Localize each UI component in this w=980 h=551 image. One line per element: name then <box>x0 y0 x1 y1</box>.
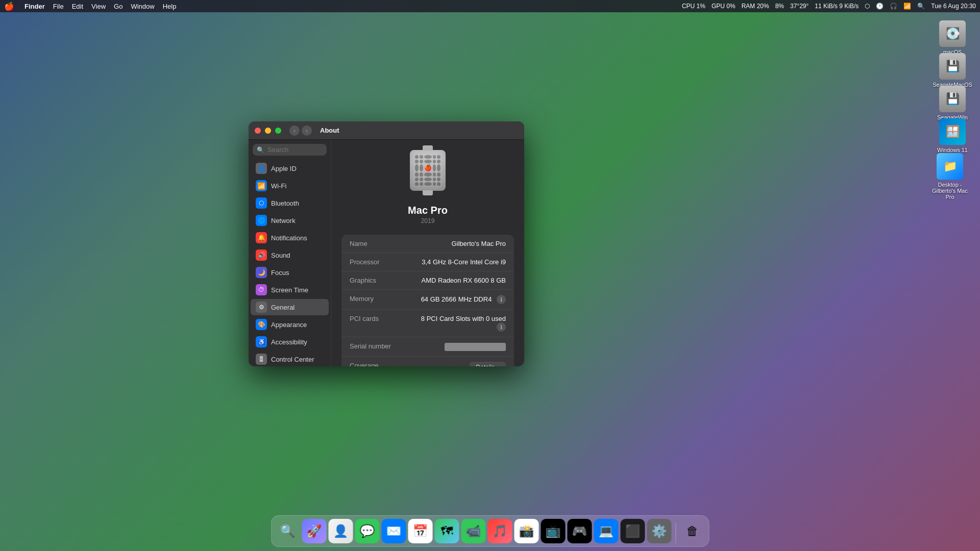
dock-item-calendar[interactable]: 📅 <box>408 519 433 543</box>
window-titlebar: ‹ › About <box>249 121 524 140</box>
back-button[interactable]: ‹ <box>289 126 300 136</box>
device-year: 2019 <box>421 217 435 224</box>
sidebar-item-screen-time[interactable]: ⏱ Screen Time <box>251 282 329 298</box>
sidebar-item-bluetooth[interactable]: ⬡ Bluetooth <box>251 195 329 211</box>
menu-finder[interactable]: Finder <box>24 3 45 10</box>
memory-info-button[interactable]: ℹ <box>497 295 506 304</box>
mac-pro-handle-bottom <box>423 190 433 195</box>
menu-window[interactable]: Window <box>131 3 154 10</box>
info-row-processor: Processor 3,4 GHz 8-Core Intel Core i9 <box>341 253 514 271</box>
gpu-stat: GPU 0% <box>712 3 736 10</box>
sidebar-item-appearance[interactable]: 🎨 Appearance <box>251 316 329 333</box>
sidebar-label-notifications: Notifications <box>271 234 307 242</box>
desktop-icon-seagate-mac[interactable]: 💾 SeagateMacOS <box>932 53 973 88</box>
mac-pro-grid: 🍎 <box>415 155 440 186</box>
sidebar-item-network[interactable]: 🌐 Network <box>251 212 329 229</box>
windows11-icon: 🪟 <box>939 118 966 145</box>
menu-view[interactable]: View <box>91 3 106 10</box>
info-row-memory: Memory 64 GB 2666 MHz DDR4 ℹ <box>341 290 514 310</box>
info-row-graphics: Graphics AMD Radeon RX 6600 8 GB <box>341 271 514 290</box>
dock-item-finder[interactable]: 🔍 <box>276 519 300 543</box>
sidebar-label-screen-time: Screen Time <box>271 286 308 294</box>
dock-item-messages[interactable]: 💬 <box>355 519 380 543</box>
dock-item-music[interactable]: 🎵 <box>488 519 512 543</box>
details-button[interactable]: Details... <box>470 362 506 366</box>
dock-separator <box>676 523 676 543</box>
desktop-icon-windows11[interactable]: 🪟 Windows 11 <box>932 118 973 153</box>
desktop-icon-desktop[interactable]: 📁 Desktop - Gilberto's Mac Pro <box>927 153 973 200</box>
sidebar-item-general[interactable]: ⚙ General <box>251 299 329 315</box>
macos-drive-icon: 💽 <box>939 20 966 47</box>
datetime: Tue 6 Aug 20:30 <box>931 3 976 10</box>
dock-item-launchpad[interactable]: 🚀 <box>302 519 327 543</box>
dock-item-arcade[interactable]: 🎮 <box>568 519 592 543</box>
mac-pro-handle-top <box>423 145 433 151</box>
clock-icon: 🕐 <box>876 3 884 10</box>
system-preferences-window: ‹ › About 🔍 👤 Apple ID 📶 <box>249 121 524 366</box>
dock-item-sysprefs[interactable]: ⚙️ <box>647 519 672 543</box>
serial-value <box>445 342 506 351</box>
desktop-icon-seagate-win[interactable]: 💾 SeagateWin <box>932 86 973 120</box>
sidebar-label-general: General <box>271 304 295 311</box>
sidebar-item-focus[interactable]: 🌙 Focus <box>251 264 329 281</box>
mac-pro-illustration: 🍎 <box>405 150 451 198</box>
sidebar-label-apple-id: Apple ID <box>271 165 297 172</box>
dock-item-mail[interactable]: ✉️ <box>382 519 406 543</box>
accessibility-icon: ♿ <box>256 336 267 347</box>
info-row-coverage: Coverage Details... <box>341 357 514 366</box>
close-button[interactable] <box>255 128 261 134</box>
minimize-button[interactable] <box>265 128 271 134</box>
sound-icon: 🔊 <box>256 249 267 261</box>
desktop-icon-macos[interactable]: 💽 macOS <box>932 20 973 55</box>
sidebar-label-sound: Sound <box>271 252 290 259</box>
search-input[interactable] <box>267 146 323 154</box>
sidebar-item-accessibility[interactable]: ♿ Accessibility <box>251 334 329 350</box>
search-menubar-icon[interactable]: 🔍 <box>917 3 925 10</box>
sidebar-item-sound[interactable]: 🔊 Sound <box>251 247 329 263</box>
dock-item-tv[interactable]: 📺 <box>541 519 566 543</box>
apple-menu[interactable]: 🍎 <box>4 2 14 11</box>
info-row-name: Name Gilberto's Mac Pro <box>341 235 514 253</box>
info-table: Name Gilberto's Mac Pro Processor 3,4 GH… <box>341 235 514 366</box>
windows11-label: Windows 11 <box>937 147 968 153</box>
sidebar-label-focus: Focus <box>271 269 289 277</box>
dock-item-contacts[interactable]: 👤 <box>329 519 353 543</box>
window-body: 🔍 👤 Apple ID 📶 Wi-Fi ⬡ <box>249 140 524 366</box>
device-name: Mac Pro <box>408 205 448 216</box>
menubar: 🍎 Finder File Edit View Go Window Help C… <box>0 0 980 12</box>
dock-item-terminal[interactable]: ⬛ <box>621 519 645 543</box>
screen-time-icon: ⏱ <box>256 284 267 295</box>
menu-go[interactable]: Go <box>114 3 122 10</box>
menu-edit[interactable]: Edit <box>72 3 83 10</box>
dock-item-vscode[interactable]: 💻 <box>594 519 619 543</box>
menubar-left: 🍎 Finder File Edit View Go Window Help <box>4 2 176 11</box>
bluetooth-icon[interactable]: ⬡ <box>865 3 870 10</box>
dock-item-maps[interactable]: 🗺 <box>435 519 459 543</box>
serial-label: Serial number <box>350 342 391 351</box>
dock: 🔍 🚀 👤 💬 ✉️ 📅 🗺 📹 🎵 📸 📺 🎮 💻 ⬛ ⚙️ 🗑 <box>271 515 709 547</box>
dock-item-trash[interactable]: 🗑 <box>680 519 705 543</box>
sidebar-item-apple-id[interactable]: 👤 Apple ID <box>251 160 329 177</box>
menu-help[interactable]: Help <box>163 3 177 10</box>
search-box[interactable]: 🔍 <box>253 144 327 156</box>
sidebar-item-wifi[interactable]: 📶 Wi-Fi <box>251 178 329 194</box>
sidebar-label-control-center: Control Center <box>271 356 314 363</box>
headphones-icon[interactable]: 🎧 <box>890 3 897 10</box>
ram-stat: RAM 20% <box>742 3 769 10</box>
maximize-button[interactable] <box>275 128 281 134</box>
forward-button[interactable]: › <box>302 126 312 136</box>
menu-file[interactable]: File <box>53 3 64 10</box>
sidebar-item-control-center[interactable]: 🎛 Control Center <box>251 351 329 366</box>
seagate-win-icon: 💾 <box>939 86 966 112</box>
pci-info-button[interactable]: ℹ <box>497 322 506 332</box>
window-title: About <box>320 127 339 134</box>
dock-item-photos[interactable]: 📸 <box>514 519 539 543</box>
pci-value: 8 PCI Card Slots with 0 used ℹ <box>412 315 506 332</box>
control-center-icon: 🎛 <box>256 354 267 365</box>
sidebar-item-notifications[interactable]: 🔔 Notifications <box>251 230 329 246</box>
appearance-icon: 🎨 <box>256 319 267 330</box>
memory-value: 64 GB 2666 MHz DDR4 ℹ <box>421 295 506 304</box>
disk-stat: 8% <box>775 3 784 10</box>
dock-item-facetime[interactable]: 📹 <box>461 519 486 543</box>
wifi-menubar-icon[interactable]: 📶 <box>903 3 911 10</box>
